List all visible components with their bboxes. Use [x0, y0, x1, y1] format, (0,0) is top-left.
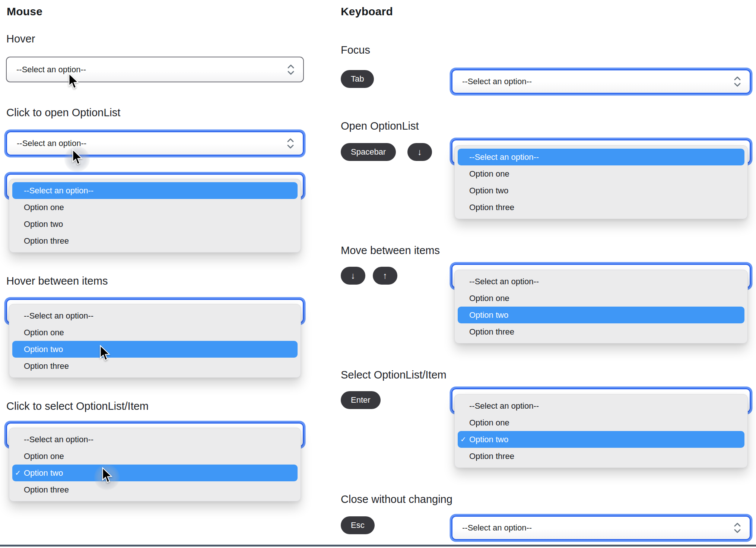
select-expand-icon — [286, 137, 295, 149]
mouse-cursor-icon — [99, 345, 110, 361]
hover-select[interactable]: --Select an option-- — [6, 57, 304, 82]
keyboard-column-title: Keyboard — [341, 5, 393, 18]
optionlist-popup: --Select an option-- Option one ✓Option … — [454, 394, 748, 468]
optionlist-popup: --Select an option-- Option one Option t… — [9, 179, 301, 253]
check-icon: ✓ — [460, 431, 466, 448]
optionlist-popup: --Select an option-- Option one Option t… — [454, 270, 748, 343]
select-expand-icon — [733, 76, 741, 88]
mouse-cursor-icon — [101, 467, 112, 484]
optionlist-option[interactable]: Option two — [12, 216, 298, 232]
check-icon: ✓ — [15, 465, 21, 481]
optionlist-popup: --Select an option-- Option one Option t… — [454, 145, 748, 219]
move-items-label: Move between items — [341, 244, 440, 257]
key-arrow-up: ↑ — [373, 267, 397, 285]
optionlist-option[interactable]: --Select an option-- — [458, 273, 744, 290]
click-open-label: Click to open OptionList — [6, 107, 120, 119]
optionlist-option[interactable]: Option three — [458, 199, 744, 216]
click-open-select[interactable]: --Select an option-- — [6, 131, 304, 156]
esc-select[interactable]: --Select an option-- — [451, 516, 751, 540]
select-expand-icon — [733, 522, 741, 534]
mouse-cursor-icon — [68, 73, 79, 89]
hover-items-label: Hover between items — [6, 275, 108, 287]
key-enter: Enter — [341, 391, 381, 409]
select-expand-icon — [287, 64, 295, 76]
optionlist-option-selected[interactable]: ✓Option two — [12, 465, 298, 481]
optionlist-option[interactable]: Option one — [458, 414, 744, 431]
mouse-cursor-icon — [72, 149, 83, 165]
key-arrow-down: ↓ — [341, 267, 365, 285]
mouse-column-title: Mouse — [7, 5, 42, 18]
open-optionlist-label: Open OptionList — [341, 120, 419, 132]
select-item-label: Select OptionList/Item — [341, 369, 447, 381]
optionlist-option[interactable]: Option one — [12, 199, 298, 216]
optionlist-option[interactable]: Option three — [458, 448, 744, 465]
focus-label: Focus — [341, 44, 370, 56]
optionlist-option[interactable]: --Select an option-- — [458, 149, 744, 165]
optionlist-option[interactable]: Option three — [12, 232, 298, 249]
key-arrow-down: ↓ — [407, 143, 432, 161]
focus-select[interactable]: --Select an option-- — [451, 69, 751, 94]
optionlist-option-selected[interactable]: ✓Option two — [458, 431, 744, 448]
optionlist-popup: --Select an option-- Option one ✓Option … — [9, 428, 301, 501]
close-label: Close without changing — [341, 493, 452, 506]
optionlist-option[interactable]: --Select an option-- — [458, 397, 744, 414]
optionlist-option[interactable]: Option three — [12, 481, 298, 498]
optionlist-option[interactable]: --Select an option-- — [12, 182, 298, 199]
optionlist-option[interactable]: Option three — [12, 358, 298, 374]
optionlist-option[interactable]: Option two — [12, 341, 298, 358]
key-esc: Esc — [341, 516, 375, 534]
click-select-label: Click to select OptionList/Item — [6, 400, 149, 412]
optionlist-option[interactable]: Option one — [12, 324, 298, 341]
optionlist-option[interactable]: Option two — [458, 182, 744, 199]
optionlist-option[interactable]: Option two — [458, 307, 744, 323]
optionlist-option[interactable]: Option one — [458, 290, 744, 307]
key-spacebar: Spacebar — [341, 143, 396, 161]
optionlist-option[interactable]: Option three — [458, 323, 744, 340]
optionlist-option[interactable]: Option one — [12, 448, 298, 465]
select-value: --Select an option-- — [462, 523, 532, 533]
section-divider — [0, 545, 756, 547]
optionlist-popup: --Select an option-- Option one Option t… — [9, 304, 301, 378]
select-value: --Select an option-- — [462, 77, 532, 86]
optionlist-option[interactable]: Option one — [458, 165, 744, 182]
key-tab: Tab — [341, 70, 374, 88]
optionlist-interactions-page: Mouse Hover --Select an option-- Click t… — [0, 0, 756, 548]
optionlist-option[interactable]: --Select an option-- — [12, 431, 298, 448]
optionlist-option[interactable]: --Select an option-- — [12, 307, 298, 324]
hover-label: Hover — [6, 33, 35, 45]
